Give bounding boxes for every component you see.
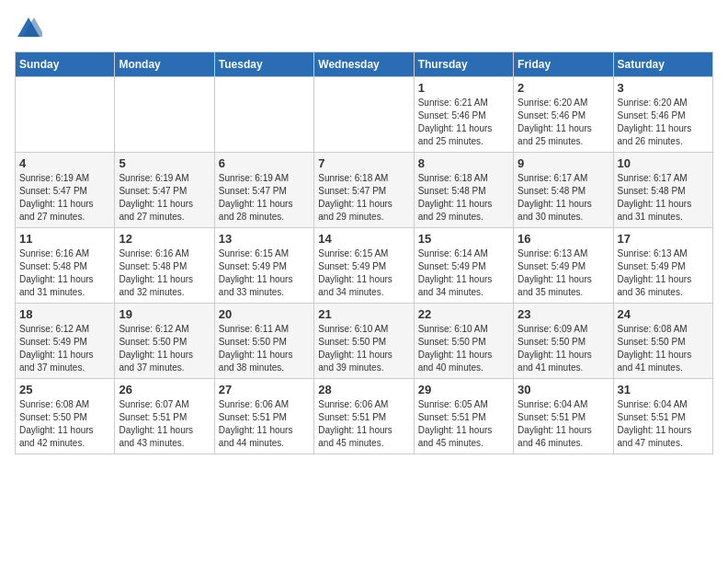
header-row: SundayMondayTuesdayWednesdayThursdayFrid… xyxy=(16,52,713,77)
day-number: 18 xyxy=(19,307,110,321)
day-number: 22 xyxy=(418,307,509,321)
day-number: 5 xyxy=(119,156,210,170)
day-number: 1 xyxy=(418,81,509,95)
calendar-week-row: 18Sunrise: 6:12 AM Sunset: 5:49 PM Dayli… xyxy=(16,304,713,379)
calendar-day-cell: 24Sunrise: 6:08 AM Sunset: 5:50 PM Dayli… xyxy=(613,304,712,379)
calendar-day-cell: 7Sunrise: 6:18 AM Sunset: 5:47 PM Daylig… xyxy=(314,153,414,228)
day-info: Sunrise: 6:06 AM Sunset: 5:51 PM Dayligh… xyxy=(318,398,409,450)
day-number: 27 xyxy=(219,383,310,396)
calendar-week-row: 4Sunrise: 6:19 AM Sunset: 5:47 PM Daylig… xyxy=(16,153,713,228)
calendar-day-cell: 18Sunrise: 6:12 AM Sunset: 5:49 PM Dayli… xyxy=(16,304,115,379)
day-of-week-header: Wednesday xyxy=(314,52,414,77)
day-info: Sunrise: 6:09 AM Sunset: 5:50 PM Dayligh… xyxy=(518,323,609,374)
day-number: 6 xyxy=(219,156,310,170)
day-info: Sunrise: 6:17 AM Sunset: 5:48 PM Dayligh… xyxy=(518,172,609,224)
day-number: 2 xyxy=(518,81,609,95)
day-number: 3 xyxy=(618,81,709,95)
calendar-day-cell: 19Sunrise: 6:12 AM Sunset: 5:50 PM Dayli… xyxy=(115,304,214,379)
day-info: Sunrise: 6:18 AM Sunset: 5:48 PM Dayligh… xyxy=(418,172,509,224)
calendar-day-cell: 16Sunrise: 6:13 AM Sunset: 5:49 PM Dayli… xyxy=(514,228,613,304)
day-number: 24 xyxy=(618,307,709,321)
calendar-day-cell: 4Sunrise: 6:19 AM Sunset: 5:47 PM Daylig… xyxy=(16,153,115,228)
calendar-day-cell: 27Sunrise: 6:06 AM Sunset: 5:51 PM Dayli… xyxy=(214,379,313,454)
day-number: 29 xyxy=(418,383,509,396)
calendar-day-cell: 6Sunrise: 6:19 AM Sunset: 5:47 PM Daylig… xyxy=(214,153,313,228)
day-info: Sunrise: 6:20 AM Sunset: 5:46 PM Dayligh… xyxy=(618,97,709,148)
calendar-day-cell: 2Sunrise: 6:20 AM Sunset: 5:46 PM Daylig… xyxy=(514,77,613,153)
day-number: 4 xyxy=(19,156,110,170)
calendar-day-cell: 1Sunrise: 6:21 AM Sunset: 5:46 PM Daylig… xyxy=(414,77,513,153)
day-info: Sunrise: 6:08 AM Sunset: 5:50 PM Dayligh… xyxy=(19,398,110,450)
day-info: Sunrise: 6:21 AM Sunset: 5:46 PM Dayligh… xyxy=(418,97,509,148)
calendar-day-cell: 29Sunrise: 6:05 AM Sunset: 5:51 PM Dayli… xyxy=(414,379,513,454)
day-number: 12 xyxy=(119,232,210,246)
day-info: Sunrise: 6:04 AM Sunset: 5:51 PM Dayligh… xyxy=(518,398,609,450)
calendar-day-cell: 28Sunrise: 6:06 AM Sunset: 5:51 PM Dayli… xyxy=(314,379,414,454)
calendar-day-cell xyxy=(314,77,414,153)
day-info: Sunrise: 6:20 AM Sunset: 5:46 PM Dayligh… xyxy=(518,97,609,148)
day-number: 8 xyxy=(418,156,509,170)
day-info: Sunrise: 6:16 AM Sunset: 5:48 PM Dayligh… xyxy=(19,247,110,299)
day-info: Sunrise: 6:19 AM Sunset: 5:47 PM Dayligh… xyxy=(219,172,310,224)
day-number: 7 xyxy=(318,156,409,170)
calendar-day-cell: 25Sunrise: 6:08 AM Sunset: 5:50 PM Dayli… xyxy=(16,379,115,454)
calendar-day-cell xyxy=(115,77,214,153)
day-info: Sunrise: 6:10 AM Sunset: 5:50 PM Dayligh… xyxy=(418,323,509,374)
day-of-week-header: Saturday xyxy=(613,52,712,77)
day-number: 10 xyxy=(618,156,709,170)
calendar-day-cell: 13Sunrise: 6:15 AM Sunset: 5:49 PM Dayli… xyxy=(214,228,313,304)
calendar-day-cell: 14Sunrise: 6:15 AM Sunset: 5:49 PM Dayli… xyxy=(314,228,414,304)
page-header xyxy=(15,15,713,42)
day-number: 13 xyxy=(219,232,310,246)
day-number: 25 xyxy=(19,383,110,396)
day-number: 17 xyxy=(618,232,709,246)
day-of-week-header: Tuesday xyxy=(214,52,313,77)
day-number: 30 xyxy=(518,383,609,396)
calendar-week-row: 1Sunrise: 6:21 AM Sunset: 5:46 PM Daylig… xyxy=(16,77,713,153)
calendar-day-cell: 15Sunrise: 6:14 AM Sunset: 5:49 PM Dayli… xyxy=(414,228,513,304)
calendar-week-row: 25Sunrise: 6:08 AM Sunset: 5:50 PM Dayli… xyxy=(16,379,713,454)
calendar-day-cell: 12Sunrise: 6:16 AM Sunset: 5:48 PM Dayli… xyxy=(115,228,214,304)
day-number: 11 xyxy=(19,232,110,246)
calendar-week-row: 11Sunrise: 6:16 AM Sunset: 5:48 PM Dayli… xyxy=(16,228,713,304)
day-number: 20 xyxy=(219,307,310,321)
day-number: 26 xyxy=(119,383,210,396)
day-number: 31 xyxy=(618,383,709,396)
day-info: Sunrise: 6:14 AM Sunset: 5:49 PM Dayligh… xyxy=(418,247,509,299)
calendar-header: SundayMondayTuesdayWednesdayThursdayFrid… xyxy=(16,52,713,77)
day-info: Sunrise: 6:12 AM Sunset: 5:50 PM Dayligh… xyxy=(119,323,210,374)
day-number: 16 xyxy=(518,232,609,246)
day-of-week-header: Sunday xyxy=(16,52,115,77)
calendar-day-cell: 11Sunrise: 6:16 AM Sunset: 5:48 PM Dayli… xyxy=(16,228,115,304)
day-info: Sunrise: 6:08 AM Sunset: 5:50 PM Dayligh… xyxy=(618,323,709,374)
day-number: 19 xyxy=(119,307,210,321)
day-info: Sunrise: 6:15 AM Sunset: 5:49 PM Dayligh… xyxy=(219,247,310,299)
day-info: Sunrise: 6:13 AM Sunset: 5:49 PM Dayligh… xyxy=(618,247,709,299)
day-info: Sunrise: 6:12 AM Sunset: 5:49 PM Dayligh… xyxy=(19,323,110,374)
day-info: Sunrise: 6:19 AM Sunset: 5:47 PM Dayligh… xyxy=(119,172,210,224)
day-info: Sunrise: 6:10 AM Sunset: 5:50 PM Dayligh… xyxy=(318,323,409,374)
calendar-day-cell: 8Sunrise: 6:18 AM Sunset: 5:48 PM Daylig… xyxy=(414,153,513,228)
logo-icon xyxy=(15,15,42,42)
calendar-day-cell: 5Sunrise: 6:19 AM Sunset: 5:47 PM Daylig… xyxy=(115,153,214,228)
day-info: Sunrise: 6:05 AM Sunset: 5:51 PM Dayligh… xyxy=(418,398,509,450)
calendar-day-cell: 31Sunrise: 6:04 AM Sunset: 5:51 PM Dayli… xyxy=(613,379,712,454)
calendar-day-cell: 10Sunrise: 6:17 AM Sunset: 5:48 PM Dayli… xyxy=(613,153,712,228)
calendar-day-cell: 20Sunrise: 6:11 AM Sunset: 5:50 PM Dayli… xyxy=(214,304,313,379)
day-info: Sunrise: 6:15 AM Sunset: 5:49 PM Dayligh… xyxy=(318,247,409,299)
day-info: Sunrise: 6:18 AM Sunset: 5:47 PM Dayligh… xyxy=(318,172,409,224)
day-of-week-header: Monday xyxy=(115,52,214,77)
day-info: Sunrise: 6:16 AM Sunset: 5:48 PM Dayligh… xyxy=(119,247,210,299)
day-number: 14 xyxy=(318,232,409,246)
calendar-day-cell: 26Sunrise: 6:07 AM Sunset: 5:51 PM Dayli… xyxy=(115,379,214,454)
calendar-day-cell: 21Sunrise: 6:10 AM Sunset: 5:50 PM Dayli… xyxy=(314,304,414,379)
day-of-week-header: Friday xyxy=(514,52,613,77)
calendar-day-cell: 23Sunrise: 6:09 AM Sunset: 5:50 PM Dayli… xyxy=(514,304,613,379)
calendar-day-cell: 9Sunrise: 6:17 AM Sunset: 5:48 PM Daylig… xyxy=(514,153,613,228)
day-number: 9 xyxy=(518,156,609,170)
calendar-day-cell xyxy=(214,77,313,153)
day-info: Sunrise: 6:19 AM Sunset: 5:47 PM Dayligh… xyxy=(19,172,110,224)
day-info: Sunrise: 6:07 AM Sunset: 5:51 PM Dayligh… xyxy=(119,398,210,450)
calendar-table: SundayMondayTuesdayWednesdayThursdayFrid… xyxy=(15,52,713,454)
calendar-body: 1Sunrise: 6:21 AM Sunset: 5:46 PM Daylig… xyxy=(16,77,713,454)
